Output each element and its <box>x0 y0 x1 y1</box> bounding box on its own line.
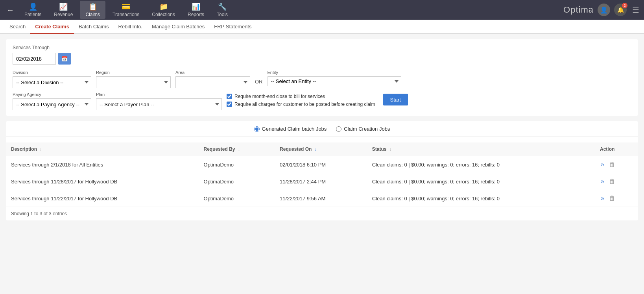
cell-description: Services through 2/1/2018 for All Entiti… <box>6 156 199 173</box>
col-header-requested-by[interactable]: Requested By ↕ <box>199 142 275 156</box>
nav-label-tools: Tools <box>217 12 228 17</box>
plan-label: Plan <box>96 92 222 97</box>
nav-right: Optima 👤 🔔 2 ☰ <box>563 4 641 16</box>
tools-icon: 🔧 <box>218 2 227 11</box>
nav-label-revenue: Revenue <box>54 12 73 17</box>
paying-agency-select[interactable]: -- Select a Paying Agency -- <box>13 98 91 110</box>
nav-item-transactions[interactable]: 💳 Transactions <box>107 1 145 19</box>
transactions-icon: 💳 <box>122 2 130 11</box>
nav-item-collections[interactable]: 📁 Collections <box>146 1 181 19</box>
radio-claim-creation-jobs[interactable]: Claim Creation Jobs <box>336 126 390 132</box>
nav-item-tools[interactable]: 🔧 Tools <box>211 1 233 19</box>
showing-text: Showing 1 to 3 of 3 entries <box>6 207 638 220</box>
delete-button[interactable]: 🗑 <box>608 194 616 203</box>
radio-claim-creation-jobs-label: Claim Creation Jobs <box>344 126 390 132</box>
sub-nav-manage-claim-batches[interactable]: Manage Claim Batches <box>147 20 209 34</box>
filter-row-1: Division -- Select a Division -- Region … <box>13 70 631 88</box>
cell-action: » 🗑 <box>595 190 638 207</box>
table-row: Services through 2/1/2018 for All Entiti… <box>6 156 638 173</box>
radio-generated-claim-batch-label: Generated Claim batch Jobs <box>262 126 327 132</box>
jobs-table: Description ↕ Requested By ↕ Requested O… <box>6 142 638 207</box>
area-label: Area <box>175 70 250 75</box>
cell-action: » 🗑 <box>595 156 638 173</box>
claim-jobs-table-container: Generated Claim batch Jobs Claim Creatio… <box>6 121 638 220</box>
month-end-close-label[interactable]: Require month-end close to bill for serv… <box>234 94 325 99</box>
calendar-button[interactable]: 📅 <box>58 53 71 65</box>
nav-item-revenue[interactable]: 📈 Revenue <box>48 1 78 19</box>
col-header-status[interactable]: Status ↕ <box>367 142 595 156</box>
division-group: Division -- Select a Division -- <box>13 70 91 88</box>
all-charges-posted-label[interactable]: Require all charges for customer to be p… <box>234 102 375 107</box>
brand-title: Optima <box>563 5 594 15</box>
notification-button[interactable]: 🔔 2 <box>614 4 627 16</box>
entity-label: Entity <box>268 70 632 75</box>
region-select[interactable] <box>96 76 171 88</box>
revenue-icon: 📈 <box>59 2 68 11</box>
all-charges-posted-checkbox[interactable] <box>227 102 232 107</box>
col-header-description[interactable]: Description ↕ <box>6 142 199 156</box>
table-header-row: Description ↕ Requested By ↕ Requested O… <box>6 142 638 156</box>
col-header-requested-on[interactable]: Requested On ↓ <box>275 142 367 156</box>
sub-nav-batch-claims[interactable]: Batch Claims <box>74 20 114 34</box>
cell-requested-on: 02/01/2018 6:10 PM <box>275 156 367 173</box>
table-row: Services through 11/28/2017 for Hollywoo… <box>6 173 638 190</box>
cell-action: » 🗑 <box>595 173 638 190</box>
sub-nav-search[interactable]: Search <box>5 20 30 34</box>
area-select[interactable] <box>175 76 250 88</box>
sub-nav-frp-statements[interactable]: FRP Statements <box>209 20 256 34</box>
checkbox-group: Require month-end close to bill for serv… <box>227 94 375 107</box>
checkbox-row-1: Require month-end close to bill for serv… <box>227 94 375 99</box>
radio-generated-claim-batch[interactable]: Generated Claim batch Jobs <box>254 126 327 132</box>
table-row: Services through 11/22/2017 for Hollywoo… <box>6 190 638 207</box>
view-button[interactable]: » <box>600 160 605 169</box>
region-label: Region <box>96 70 171 75</box>
delete-button[interactable]: 🗑 <box>608 160 616 169</box>
entity-group: Entity -- Select an Entity -- <box>268 70 632 86</box>
entity-select[interactable]: -- Select an Entity -- <box>268 76 401 86</box>
plan-select[interactable]: -- Select a Payer Plan -- <box>96 98 222 110</box>
back-button[interactable]: ← <box>3 3 17 17</box>
view-button[interactable]: » <box>600 177 605 186</box>
reports-icon: 📊 <box>192 2 200 11</box>
area-group: Area <box>175 70 250 88</box>
nav-label-collections: Collections <box>152 12 175 17</box>
nav-item-reports[interactable]: 📊 Reports <box>182 1 210 19</box>
paying-agency-group: Paying Agency -- Select a Paying Agency … <box>13 92 91 110</box>
or-label: OR <box>255 79 263 85</box>
region-group: Region <box>96 70 171 88</box>
cell-requested-on: 11/28/2017 2:44 PM <box>275 173 367 190</box>
month-end-close-checkbox[interactable] <box>227 94 232 99</box>
nav-item-patients[interactable]: 👤 Patients <box>19 1 47 19</box>
delete-button[interactable]: 🗑 <box>608 177 616 186</box>
nav-label-reports: Reports <box>188 12 204 17</box>
paying-agency-label: Paying Agency <box>13 92 91 97</box>
cell-status: Clean claims: 0 | $0.00; warnings: 0; er… <box>367 173 595 190</box>
sub-nav-create-claims[interactable]: Create Claims <box>30 20 74 34</box>
create-claims-form: Services Through 📅 Division -- Select a … <box>6 39 638 116</box>
sort-icon-description: ↕ <box>40 147 42 152</box>
plan-group: Plan -- Select a Payer Plan -- <box>96 92 222 110</box>
nav-label-patients: Patients <box>24 12 41 17</box>
sub-nav-rebill-info[interactable]: Rebill Info. <box>114 20 147 34</box>
cell-status: Clean claims: 0 | $0.00; warnings: 0; er… <box>367 190 595 207</box>
nav-item-claims[interactable]: 📋 Claims <box>80 1 105 19</box>
radio-claim-creation-jobs-input[interactable] <box>336 126 341 132</box>
division-label: Division <box>13 70 91 75</box>
patients-icon: 👤 <box>29 2 37 11</box>
hamburger-menu[interactable]: ☰ <box>631 4 641 16</box>
date-row: 📅 <box>13 53 631 65</box>
cell-description: Services through 11/28/2017 for Hollywoo… <box>6 173 199 190</box>
sort-icon-requested-by: ↕ <box>238 147 240 152</box>
collections-icon: 📁 <box>159 2 168 11</box>
radio-generated-claim-batch-input[interactable] <box>254 126 260 132</box>
nav-label-claims: Claims <box>85 12 100 17</box>
division-select[interactable]: -- Select a Division -- <box>13 76 91 88</box>
cell-requested-by: OptimaDemo <box>199 173 275 190</box>
view-button[interactable]: » <box>600 194 605 203</box>
filter-row-2: Paying Agency -- Select a Paying Agency … <box>13 92 631 110</box>
services-through-date-input[interactable] <box>13 53 56 65</box>
cell-status: Clean claims: 0 | $0.00; warnings: 0; er… <box>367 156 595 173</box>
start-button[interactable]: Start <box>383 94 408 105</box>
sort-icon-requested-on: ↓ <box>315 147 317 152</box>
avatar-button[interactable]: 👤 <box>598 4 610 16</box>
